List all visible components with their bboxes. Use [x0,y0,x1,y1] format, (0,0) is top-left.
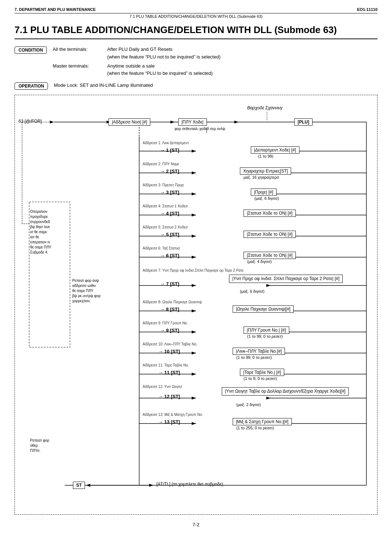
addr10-note: (1 το 99; 0 το ρεσετ) [236,355,272,360]
addr2-label: Αδδρεσσ 2: ΠЛΥ Ναμε [143,162,179,166]
addr1-input: |Δεπαρτμεντ Χοδε| [#] [251,146,299,154]
addr7-input: |Υνιτ Πριχε οφ λνδισ. Σπλιτ Παχκαγε ορ Τ… [229,275,343,283]
addr12-st: → 12 [ST] [158,394,180,399]
addr6-note: (μαξ. 4 διγιτσ) [247,259,272,264]
at-tl-label: [AT/TL] (το χομπλετε θισ συβμοδε) [156,482,223,487]
header-right: EO1-11110 [357,7,377,12]
svg-marker-65 [149,484,154,487]
addr1-st: → 1 [ST] [160,147,179,153]
addr7-st: → 7 [ST] [160,281,179,287]
addr11-label: Αδδρεσσ 11: Ταρε Ταβλε Νο. [143,363,189,367]
addr1-note: (1 το 99) [258,154,273,158]
diagram-inner: Βαρχοδε Σχαννινγ 63 [@/FOR] |Αδδρεσσ Νοσ… [19,100,373,511]
seq-only-note: φορ σεθεντιαλ–χοδεδ ιτεμ ονλψ [175,127,225,131]
addr3-note: (μαξ. 6 διγιτσ) [254,196,279,200]
operation-block: OPERATION Mode Lock: SET and IN-LINE Lam… [15,82,377,90]
addr13-label: Αδδρεσσ 13: Μιξ & Ματχη Γρουπ Νο. [143,413,203,417]
svg-marker-27 [192,235,196,238]
addr7-label: Αδδρεσσ 7: Υνιτ Πριχε οφ λνδισ.Σπλιτ Παχ… [143,268,244,273]
addr8-st: → 8 [ST] [160,307,179,312]
addr13-input: |Μιξ & Σατχη Γρουπ Νο.|[#] [233,418,292,425]
svg-marker-7 [234,121,239,123]
svg-marker-15 [192,171,196,174]
svg-marker-23 [192,214,196,216]
addr6-input: |Στατυσ Χοδε το ON| [#] [244,252,296,259]
addr5-input: |Στατυσ Χοδε το ON| [#] [244,231,296,238]
svg-marker-47 [192,352,196,355]
svg-marker-6 [171,121,175,123]
addr9-input: |ΠЛΥ Γρουπ Νο.| [#] [244,327,289,334]
addr10-label: Αδδρεσσ 10: Λινκ–ΠЛΥ Ταβλε Νο. [143,342,197,346]
left-note1: Οπερατιον προχεδυρε συρρουνδεδ βψ θηισ λ… [30,209,70,255]
svg-marker-35 [192,284,196,287]
operation-text: Mode Lock: SET and IN-LINE Lamp illumina… [54,82,153,88]
addr13-st: → 13 [ST] [158,419,180,425]
svg-marker-51 [192,373,196,376]
addr6-st: → 6 [ST] [160,253,179,258]
svg-marker-39 [192,309,196,312]
addr3-input: |Πριχε| [#] [251,189,277,196]
addr9-st: → 9 [ST] [160,328,179,333]
header: 7. DEPARTMENT AND PLU MAINTENANCE EO1-11… [15,7,377,19]
addr13-note: (1 το 255; 0 το ρεσετ) [236,426,274,430]
end-st: ST [73,482,85,489]
addr2-st: → 2 [ST] [160,169,179,174]
left-note2: Ρεπεατ φορ ανψ αδδρεσσ ωιθιν θε σαμε ΠЛΥ… [72,278,116,304]
condition-block: CONDITION All the terminals: After PLU D… [15,46,377,77]
addr11-note: (1 το 9; 0 το ρεσετ) [244,376,277,381]
addr11-st: → 11 [ST] [158,370,180,375]
addr5-st: → 5 [ST] [160,232,179,237]
addr2-note: μαξ. 16 χηαραχτερσ [244,175,279,179]
diagram-outer: Βαρχοδε Σχαννινγ 63 [@/FOR] |Αδδρεσσ Νοσ… [15,95,377,515]
addr3-label: Αδδρεσσ 3: Πρεσετ Πριχε [143,183,184,187]
addr4-input: |Στατυσ Χοδε το ON| [#] [244,210,296,217]
addr-no-box: |Αδδρεσσ Νοσ| [#] [109,118,150,126]
condition-master-label: Master terminals: [53,62,100,70]
addr12-input: |Υνιτ Ωειγητ Ταβλε ορ Δολλαρ Δισχουντ/Εξ… [222,387,349,396]
header-sub: 7.1 PLU TABLE ADDITION/CHANGE/DELETION W… [130,14,263,19]
condition-master-line2: (when the feature “PLU to be inquired” i… [107,70,213,77]
diagram-svg [19,100,373,511]
addr11-input: |Ταρε Ταβλε Νο.| [#] [240,369,284,376]
addr8-label: Αδδρεσσ 8: Ωηολε Παχκαγε Ωυαντιψ [143,300,202,304]
svg-marker-43 [192,331,196,333]
svg-marker-63 [86,484,90,487]
addr6-label: Αδδρεσσ 6: Ταξ Στατυσ [143,246,180,250]
addr4-label: Αδδρεσσ 4: Στατυσ 1 Χοδεσ [143,204,188,208]
addr1-label: Αδδρεσσ 1: Λινκ Δεπαρτμεντ [143,141,189,145]
page-number: 7-2 [15,522,377,527]
addr2-input: Χηαραχτερ Εντριες[ST] [240,167,291,175]
addr9-note: (1 το 99; 0 το ρεσετ) [247,334,283,339]
page-title: 7.1 PLU TABLE ADDITION/CHANGE/DELETION W… [15,24,377,39]
svg-marker-70 [50,121,54,123]
condition-all-label: All the terminals: [53,46,100,53]
svg-marker-19 [192,193,196,195]
condition-all-line1: After PLU Daily and GT Resets [107,46,172,53]
addr3-st: → 3 [ST] [160,190,179,195]
addr10-st: → 10 [ST] [158,349,180,354]
barcode-label: Βαρχοδε Σχαννινγ [247,105,282,110]
svg-marker-55 [192,397,196,400]
plu-box: [PLU] [294,118,313,126]
svg-marker-57 [266,397,271,400]
addr8-input: |Ωηολε Παχκαγε Ωυαντιψ|[#] [233,305,294,313]
condition-badge: CONDITION [15,46,47,54]
svg-marker-59 [192,422,196,425]
plu-code-box: |ΠЛΥ Χοδε| [178,118,207,126]
condition-master-line1: Anytime outside a sale [107,62,155,70]
operation-badge: OPERATION [15,82,48,90]
addr9-label: Αδδρεσσ 9: ΠЛΥ Γρουπ Νο. [143,321,188,325]
header-left: 7. DEPARTMENT AND PLU MAINTENANCE [15,7,96,12]
svg-marker-37 [266,284,271,287]
addr5-label: Αδδρεσσ 5: Στατυσ 2 Χοδεσ [143,225,188,229]
condition-content: All the terminals: After PLU Daily and G… [53,46,220,77]
addr7-note: (μαξ. 6 διγιτσ) [240,289,265,293]
addr10-input: |Λινκ–ΠЛΥ Ταβλε Νο.[#] [233,348,285,355]
condition-all-line2: (when the feature “PLU not to be inquire… [107,53,220,61]
addr12-label: Αδδρεσσ 12: Υνιτ Ωειγητ [143,384,182,389]
svg-marker-11 [192,150,196,153]
addr12-note: (μαξ. 2 διγιτσ) [236,402,261,407]
addr4-st: → 4 [ST] [160,211,179,216]
repeat-other: Ρεπεατ φορ οθερ ΠЛΥσ. [30,438,66,453]
start-label: 63 [@/FOR] [19,118,42,124]
